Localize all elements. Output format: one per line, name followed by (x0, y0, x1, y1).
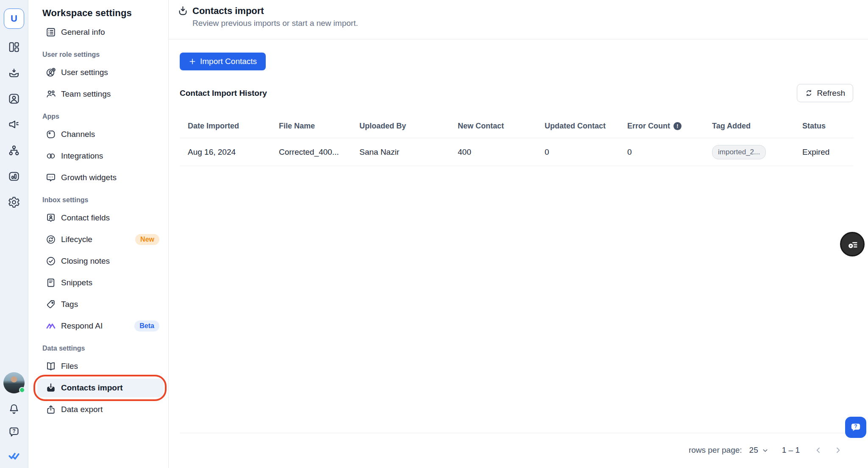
cell-new-contact: 400 (458, 148, 545, 157)
inbox-icon[interactable] (7, 66, 21, 80)
page-header: Contacts import Review previous imports … (169, 0, 868, 39)
help-widget-button[interactable]: ? (845, 417, 866, 438)
sidebar-item-lifecycle[interactable]: Lifecycle New (37, 230, 164, 249)
closing-notes-icon (45, 256, 56, 267)
help-bubble-icon[interactable]: ? (7, 425, 21, 439)
help-widget-icon: ? (849, 421, 862, 434)
sidebar-section-data-settings: Data settings (28, 340, 168, 357)
refresh-label: Refresh (817, 89, 845, 98)
sidebar-item-label: Contact fields (61, 213, 110, 223)
history-title: Contact Import History (180, 89, 267, 98)
sidebar-title: Workspace settings (28, 3, 168, 23)
chevron-right-icon (834, 446, 842, 454)
sidebar-item-label: User settings (61, 68, 108, 77)
refresh-button[interactable]: Refresh (797, 84, 853, 102)
chevron-left-icon (814, 446, 823, 454)
general-info-icon (45, 27, 56, 38)
page-body: Import Contacts Contact Import History R… (169, 39, 868, 467)
column-header: Status (802, 122, 853, 131)
sidebar-item-respond-ai[interactable]: Respond AI Beta (37, 317, 164, 335)
growth-widgets-icon (45, 172, 56, 183)
pagination-nav (814, 446, 843, 455)
previous-page-button[interactable] (814, 446, 823, 455)
main-content: Contacts import Review previous imports … (169, 0, 868, 468)
rail-bottom: ? (3, 372, 25, 462)
cell-error-count: 0 (627, 148, 712, 157)
sidebar-item-integrations[interactable]: Integrations (37, 147, 164, 165)
contacts-import-icon (45, 382, 56, 393)
lifecycle-icon (45, 234, 56, 245)
channels-icon (45, 129, 56, 140)
dashboard-icon[interactable] (7, 40, 21, 54)
workspace-avatar[interactable]: U (4, 8, 24, 29)
checklist-icon (846, 238, 859, 251)
user-avatar[interactable] (3, 372, 25, 393)
refresh-icon (805, 89, 813, 97)
rows-per-page-label: rows per page: (689, 446, 742, 455)
files-icon (45, 361, 56, 372)
cell-uploaded-by: Sana Nazir (359, 148, 458, 157)
rows-per-page-value: 25 (749, 446, 758, 455)
tags-icon (45, 299, 56, 310)
app-logo-icon[interactable] (7, 448, 21, 462)
reports-icon[interactable] (7, 169, 21, 184)
rows-per-page-select[interactable]: 25 (749, 446, 769, 455)
column-header: Date Imported (188, 122, 279, 131)
sidebar-item-contacts-import[interactable]: Contacts import (37, 379, 164, 397)
column-header: Uploaded By (359, 122, 458, 131)
sidebar-item-tags[interactable]: Tags (37, 295, 164, 314)
settings-gear-icon[interactable] (7, 195, 21, 209)
contact-fields-icon (45, 212, 56, 223)
info-icon[interactable]: ! (673, 122, 682, 130)
sidebar-item-label: Growth widgets (61, 173, 117, 182)
sidebar-section-inbox-settings: Inbox settings (28, 192, 168, 209)
sidebar-item-closing-notes[interactable]: Closing notes (37, 252, 164, 270)
beta-badge: Beta (134, 320, 159, 332)
onboarding-checklist-button[interactable] (840, 232, 865, 256)
sidebar-item-general-info[interactable]: General info (37, 23, 164, 42)
sidebar-section-user-role-settings: User role settings (28, 46, 168, 63)
sidebar-item-label: Integrations (61, 151, 103, 161)
app-window: U (0, 0, 868, 468)
svg-text:?: ? (854, 423, 857, 429)
sidebar-item-label: Files (61, 362, 78, 371)
settings-sidebar: Workspace settings General info User rol… (28, 0, 169, 468)
tag-pill: imported_2... (712, 145, 766, 159)
table-row[interactable]: Aug 16, 2024 Corrected_400... Sana Nazir… (180, 138, 853, 166)
sidebar-item-contact-fields[interactable]: Contact fields (37, 209, 164, 227)
snippets-icon (45, 277, 56, 288)
sidebar-item-channels[interactable]: Channels (37, 125, 164, 144)
cell-file-name: Corrected_400... (279, 148, 359, 157)
workflows-icon[interactable] (7, 143, 21, 158)
svg-text:?: ? (12, 428, 15, 434)
sidebar-item-label: Contacts import (61, 383, 123, 393)
sidebar-item-team-settings[interactable]: Team settings (37, 85, 164, 103)
table-header-row: Date Imported File Name Uploaded By New … (180, 114, 853, 138)
sidebar-item-label: Tags (61, 300, 78, 309)
online-status-dot (19, 387, 25, 393)
import-history-table: Date Imported File Name Uploaded By New … (180, 114, 853, 467)
table-empty-space (180, 166, 853, 433)
new-badge: New (135, 234, 159, 245)
next-page-button[interactable] (833, 446, 843, 455)
import-contacts-button[interactable]: Import Contacts (180, 53, 266, 70)
sidebar-item-growth-widgets[interactable]: Growth widgets (37, 168, 164, 187)
sidebar-item-files[interactable]: Files (37, 357, 164, 376)
page-title: Contacts import (192, 6, 264, 17)
sidebar-item-snippets[interactable]: Snippets (37, 273, 164, 292)
pagination-bar: rows per page: 25 1 – 1 (180, 433, 853, 467)
contacts-import-header-icon (177, 5, 189, 17)
sidebar-section-apps: Apps (28, 108, 168, 125)
cell-tag-added: imported_2... (712, 145, 802, 159)
column-header: New Contact (458, 122, 545, 131)
broadcast-icon[interactable] (7, 117, 21, 132)
sidebar-item-data-export[interactable]: Data export (37, 400, 164, 419)
contacts-icon[interactable] (7, 92, 21, 106)
column-header: Tag Added (712, 122, 802, 131)
sidebar-item-user-settings[interactable]: User settings (37, 63, 164, 82)
cell-date-imported: Aug 16, 2024 (188, 148, 279, 157)
user-settings-icon (45, 67, 56, 78)
notifications-bell-icon[interactable] (7, 402, 21, 416)
respond-ai-icon (45, 320, 56, 332)
chevron-down-icon (762, 447, 769, 454)
